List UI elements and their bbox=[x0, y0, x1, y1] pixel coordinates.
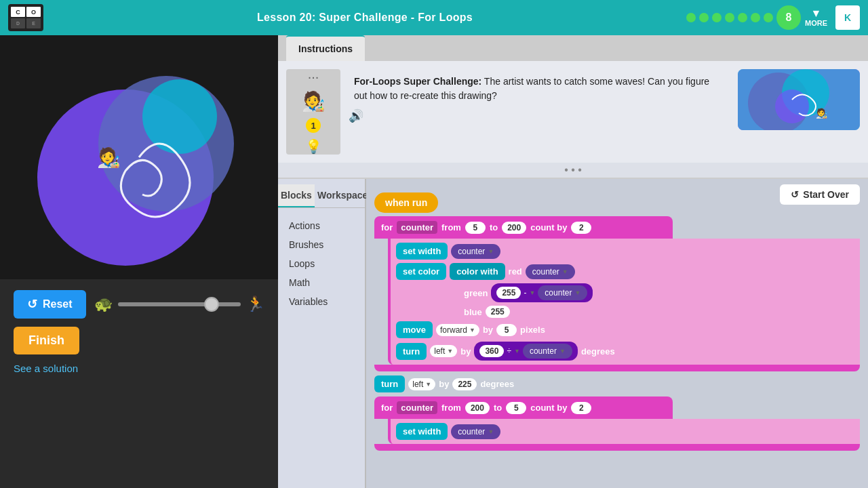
turn2-label[interactable]: turn bbox=[374, 375, 405, 392]
dot-6 bbox=[751, 13, 760, 22]
green-val[interactable]: 255 bbox=[496, 287, 521, 299]
resize-handle[interactable]: • • • bbox=[278, 163, 868, 178]
blue-label: blue bbox=[464, 307, 482, 317]
category-loops[interactable]: Loops bbox=[286, 254, 357, 273]
set-width-label[interactable]: set width bbox=[396, 243, 448, 260]
from-label-1: from bbox=[441, 222, 461, 232]
instructions-tabs: Instructions bbox=[278, 35, 868, 61]
k-button[interactable]: K bbox=[835, 5, 860, 30]
hint-dots: ··· bbox=[308, 69, 319, 85]
set-color-label[interactable]: set color bbox=[396, 263, 446, 280]
set-width-row: set width counter ▼ bbox=[396, 243, 854, 260]
loop2-header[interactable]: for counter from 200 to 5 count by 2 bbox=[374, 396, 673, 419]
count-val-2[interactable]: 2 bbox=[571, 402, 591, 414]
canvas-area: 🧑‍🎨 bbox=[0, 35, 278, 279]
hint-bulb-icon: 💡 bbox=[305, 138, 322, 155]
workspace-area[interactable]: ↺ Start Over when run for counter from bbox=[366, 179, 868, 488]
count-val-1[interactable]: 2 bbox=[571, 222, 591, 234]
counter-red-value[interactable]: counter ▼ bbox=[526, 264, 575, 279]
svg-text:🧑‍🎨: 🧑‍🎨 bbox=[816, 108, 828, 119]
counter-width2-text: counter bbox=[458, 427, 485, 436]
counter-turn-value[interactable]: counter ▼ bbox=[523, 344, 572, 359]
dot-7 bbox=[764, 13, 773, 22]
progress-dots: 8 bbox=[686, 5, 801, 30]
reset-label: Reset bbox=[43, 298, 73, 310]
reset-button[interactable]: ↺ Reset bbox=[14, 290, 86, 319]
category-actions[interactable]: Actions bbox=[286, 216, 357, 235]
counter-red-text: counter bbox=[532, 267, 559, 277]
instructions-area: Instructions ··· 🧑‍🎨 1 💡 For-Loops Super… bbox=[278, 35, 868, 179]
more-button[interactable]: ▼ MORE bbox=[805, 8, 827, 27]
slow-icon: 🐢 bbox=[94, 296, 113, 313]
set-width2-label[interactable]: set width bbox=[396, 423, 448, 440]
speed-slider[interactable]: 🐢 🏃 bbox=[94, 296, 264, 313]
fast-icon: 🏃 bbox=[246, 296, 264, 313]
left2-dropdown[interactable]: left ▼ bbox=[408, 378, 435, 390]
loop1-footer bbox=[374, 365, 860, 371]
minus-op: - bbox=[524, 288, 526, 298]
hint-character: 🧑‍🎨 bbox=[302, 90, 326, 113]
logo-c: C bbox=[11, 7, 25, 17]
counter-turn-text: counter bbox=[530, 346, 557, 356]
instructions-content: ··· 🧑‍🎨 1 💡 For-Loops Super Challenge: T… bbox=[278, 61, 868, 163]
event-block[interactable]: when run bbox=[374, 192, 438, 213]
turn2-val[interactable]: 225 bbox=[452, 378, 477, 390]
blocks-tab[interactable]: Blocks bbox=[278, 184, 315, 207]
start-over-button[interactable]: ↺ Start Over bbox=[780, 184, 860, 205]
turn-val[interactable]: 360 bbox=[479, 345, 504, 357]
math-block[interactable]: 255 - ▼ counter ▼ bbox=[491, 283, 593, 302]
speaker-button[interactable]: 🔊 bbox=[349, 108, 363, 123]
counter-value-width2[interactable]: counter ▼ bbox=[451, 424, 500, 439]
finish-btn-row: Finish bbox=[14, 327, 264, 354]
green-label: green bbox=[464, 288, 488, 298]
category-brushes[interactable]: Brushes bbox=[286, 235, 357, 254]
counter-width-arrow: ▼ bbox=[488, 248, 494, 255]
from-label-2: from bbox=[441, 403, 461, 413]
more-arrow-icon: ▼ bbox=[811, 8, 822, 19]
move-label[interactable]: move bbox=[396, 321, 433, 338]
color-with-label: color with bbox=[450, 263, 505, 280]
workspace-tab[interactable]: Workspace bbox=[315, 184, 370, 207]
to-val-1[interactable]: 200 bbox=[502, 222, 526, 234]
code-blocks: when run for counter from 5 to 200 count… bbox=[374, 187, 860, 451]
from-val-1[interactable]: 5 bbox=[465, 222, 486, 234]
turn-math-block[interactable]: 360 ÷ ▼ counter ▼ bbox=[474, 342, 578, 361]
left2-arrow: ▼ bbox=[425, 381, 431, 388]
turn-label[interactable]: turn bbox=[396, 343, 427, 360]
controls-area: ↺ Reset 🐢 🏃 Finish See a solution bbox=[0, 279, 278, 385]
header-title: Lesson 20: Super Challenge - For Loops bbox=[52, 12, 678, 24]
blue-val[interactable]: 255 bbox=[486, 306, 510, 318]
loop2-footer bbox=[374, 444, 860, 451]
dot-2 bbox=[699, 13, 709, 22]
degrees-label: degrees bbox=[581, 346, 615, 357]
left-dropdown[interactable]: left ▼ bbox=[430, 345, 457, 357]
to-val-2[interactable]: 5 bbox=[506, 402, 526, 414]
counter-label-2: counter bbox=[397, 401, 437, 414]
move-val[interactable]: 5 bbox=[496, 324, 517, 336]
see-solution-link[interactable]: See a solution bbox=[14, 363, 264, 374]
counter-value-width[interactable]: counter ▼ bbox=[451, 244, 500, 259]
green-row: green 255 - ▼ counter ▼ bbox=[396, 283, 854, 302]
category-math[interactable]: Math bbox=[286, 273, 357, 292]
counter-label-1: counter bbox=[397, 221, 437, 234]
set-width2-row: set width counter ▼ bbox=[396, 423, 854, 440]
slider-thumb[interactable] bbox=[204, 297, 219, 312]
logo-e: E bbox=[26, 18, 41, 28]
logo[interactable]: C O D E bbox=[8, 4, 43, 31]
for-label-1: for bbox=[381, 222, 393, 232]
loop1-header[interactable]: for counter from 5 to 200 count by 2 bbox=[374, 216, 673, 239]
right-panel: Instructions ··· 🧑‍🎨 1 💡 For-Loops Super… bbox=[278, 35, 868, 488]
category-variables[interactable]: Variables bbox=[286, 292, 357, 311]
tab-instructions[interactable]: Instructions bbox=[286, 35, 365, 61]
counter-green-value[interactable]: counter ▼ bbox=[538, 285, 587, 300]
count-label-2: count by bbox=[530, 403, 567, 413]
loop1-container: for counter from 5 to 200 count by 2 bbox=[374, 216, 860, 371]
forward-arrow: ▼ bbox=[469, 327, 475, 333]
from-val-2[interactable]: 200 bbox=[465, 402, 490, 414]
red-label: red bbox=[509, 266, 522, 277]
to-label-2: to bbox=[494, 403, 502, 413]
degrees2-label: degrees bbox=[480, 379, 514, 389]
set-color-row: set color color with red counter ▼ bbox=[396, 263, 854, 280]
forward-dropdown[interactable]: forward ▼ bbox=[436, 324, 479, 336]
finish-button[interactable]: Finish bbox=[14, 327, 79, 354]
